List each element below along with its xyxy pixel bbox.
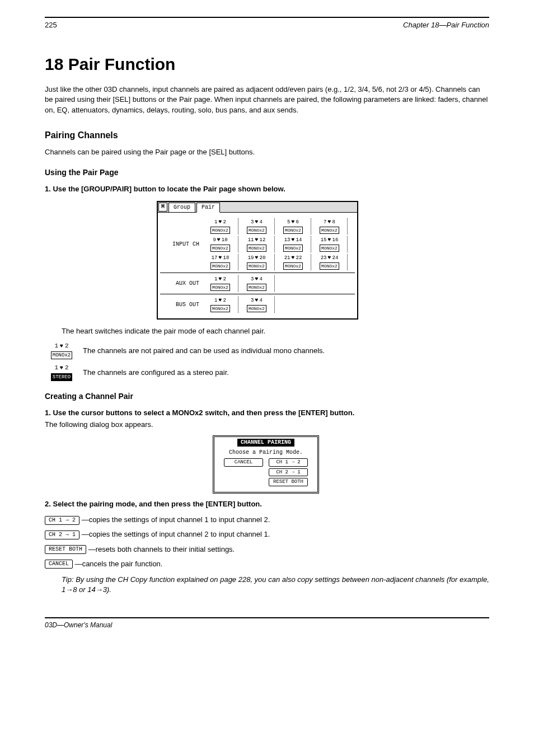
pair-switch[interactable]: 13 ♥ 14MONOx2 [278, 236, 311, 252]
pair-mode-button[interactable]: MONOx2 [320, 245, 339, 252]
pairing-channels-body: Channels can be paired using the Pair pa… [45, 147, 489, 157]
desc-cancel: —cancels the pair function. [75, 560, 163, 568]
heart-icon: ♥ [60, 364, 63, 372]
pair-left-num: 1 [54, 364, 58, 372]
pair-right-num: 2 [65, 342, 69, 350]
intro-paragraph: Just like the other 03D channels, input … [45, 84, 489, 115]
pair-mode-button[interactable]: MONOx2 [247, 227, 266, 234]
tab-group[interactable]: Group [168, 203, 195, 213]
pair-example-monox2: 1 ♥ 2 MONOx2 [45, 342, 78, 359]
pair-example-stereo: 1 ♥ 2 STEREO [45, 364, 78, 381]
step-1-num: 1. [45, 185, 51, 193]
broken-heart-icon: ♥ [255, 254, 258, 262]
heading-using-pair-page: Using the Pair Page [45, 167, 489, 179]
pair-switch[interactable]: 7 ♥ 8MONOx2 [314, 218, 348, 234]
pair-right-num: 2 [65, 364, 69, 372]
page-header: 225 Chapter 18—Pair Function [45, 17, 489, 30]
pair-switch[interactable]: 3 ♥ 4MONOx2 [241, 275, 275, 292]
heart-switch-desc: The heart switches indicate the pair mod… [62, 326, 489, 336]
pair-switch[interactable]: 15 ♥ 16MONOx2 [314, 236, 348, 252]
pair-mode-button[interactable]: MONOx2 [320, 227, 339, 234]
pair-switch[interactable]: 9 ♥ 10MONOx2 [205, 236, 238, 252]
channel-pairing-dialog: CHANNEL PAIRING Choose a Pairing Mode. C… [213, 435, 319, 494]
pair-mode-button[interactable]: MONOx2 [283, 245, 303, 252]
broken-heart-icon: ♥ [60, 342, 63, 350]
pair-switch[interactable]: 3 ♥ 4MONOx2 [241, 297, 275, 313]
page-footer: 03D—Owner's Manual [45, 617, 489, 630]
pair-mode-button[interactable]: MONOx2 [320, 262, 339, 270]
pair-switch[interactable]: 11 ♥ 12MONOx2 [241, 236, 275, 252]
ch2-to-1-button[interactable]: CH 2 → 1 [269, 468, 308, 477]
ch2-to-1-button-inline[interactable]: CH 2 → 1 [45, 530, 79, 539]
section-label: INPUT CH [160, 241, 205, 248]
pair-switch[interactable]: 17 ♥ 18MONOx2 [205, 254, 238, 270]
dialog-prompt: Choose a Pairing Mode. [218, 449, 313, 457]
step-1: 1. Use the [GROUP/PAIR] button to locate… [45, 184, 489, 194]
page-title: 18 Pair Function [45, 53, 489, 76]
cancel-button[interactable]: CANCEL [224, 458, 263, 467]
desc-ch12: —copies the settings of input channel 1 … [82, 515, 270, 524]
pair-mode-button[interactable]: MONOx2 [283, 262, 303, 270]
pair-left-num: 1 [54, 342, 58, 350]
step-1-text: Use the [GROUP/PAIR] button to locate th… [53, 185, 285, 193]
tab-pair[interactable]: Pair [196, 203, 220, 213]
pair-switch[interactable]: 19 ♥ 20MONOx2 [241, 254, 275, 270]
chapter-label: Chapter 18—Pair Function [403, 20, 489, 30]
heading-pairing-channels: Pairing Channels [45, 129, 489, 142]
pair-switch[interactable]: 1 ♥ 2MONOx2 [205, 275, 238, 292]
mode-monox2: MONOx2 [51, 351, 72, 360]
create-pair-step-2: 2. Select the pairing mode, and then pre… [45, 499, 489, 509]
mode-stereo: STEREO [51, 373, 72, 382]
pair-mode-button[interactable]: MONOx2 [247, 262, 266, 270]
ch1-to-2-button[interactable]: CH 1 → 2 [269, 458, 308, 467]
monox2-desc: The channels are not paired and can be u… [83, 346, 325, 356]
tip-body: By using the CH Copy function explained … [62, 575, 489, 594]
broken-heart-icon: ♥ [218, 275, 222, 283]
tip-label: Tip: [62, 575, 74, 584]
section-label: BUS OUT [160, 301, 205, 309]
dialog-title: CHANNEL PAIRING [237, 439, 294, 447]
broken-heart-icon: ♥ [291, 218, 294, 226]
pair-switch[interactable]: 21 ♥ 22MONOx2 [278, 254, 311, 270]
pair-switch[interactable]: 5 ♥ 6MONOx2 [278, 218, 311, 234]
pair-mode-button[interactable]: MONOx2 [210, 305, 230, 312]
tip-paragraph: Tip: By using the CH Copy function expla… [62, 575, 489, 595]
pair-switch[interactable]: 1 ♥ 2MONOx2 [205, 297, 238, 313]
pair-mode-button[interactable]: MONOx2 [210, 262, 230, 270]
menu-icon[interactable]: M [158, 203, 167, 212]
broken-heart-icon: ♥ [255, 236, 258, 244]
broken-heart-icon: ♥ [327, 236, 331, 244]
section-label: AUX OUT [160, 280, 205, 288]
screen-section: BUS OUT1 ♥ 2MONOx23 ♥ 4MONOx2 [160, 294, 355, 315]
broken-heart-icon: ♥ [218, 218, 222, 226]
step-1-followup: The following dialog box appears. [45, 420, 489, 430]
pair-mode-button[interactable]: MONOx2 [210, 245, 230, 252]
broken-heart-icon: ♥ [255, 275, 258, 283]
pair-mode-button[interactable]: MONOx2 [210, 227, 230, 234]
heading-creating-channel-pair: Creating a Channel Pair [45, 391, 489, 402]
broken-heart-icon: ♥ [218, 254, 222, 262]
broken-heart-icon: ♥ [255, 297, 258, 304]
pair-switch[interactable]: 23 ♥ 24MONOx2 [314, 254, 348, 270]
page-number: 225 [45, 20, 57, 30]
cancel-button-inline[interactable]: CANCEL [45, 560, 73, 569]
screen-tabs: M Group Pair [158, 202, 357, 213]
ch1-to-2-button-inline[interactable]: CH 1 → 2 [45, 516, 79, 525]
pair-mode-button[interactable]: MONOx2 [283, 227, 303, 234]
screen-section: INPUT CH1 ♥ 2MONOx23 ♥ 4MONOx25 ♥ 6MONOx… [160, 216, 355, 273]
pair-switch[interactable]: 1 ♥ 2MONOx2 [205, 218, 238, 234]
broken-heart-icon: ♥ [327, 218, 331, 226]
create-pair-step-1: 1. Use the cursor buttons to select a MO… [45, 408, 489, 430]
pair-mode-button[interactable]: MONOx2 [210, 284, 230, 291]
stereo-desc: The channels are configured as a stereo … [83, 368, 229, 378]
reset-both-button-inline[interactable]: RESET BOTH [45, 545, 86, 554]
pair-switch[interactable]: 3 ♥ 4MONOx2 [241, 218, 275, 234]
pair-page-screenshot: M Group Pair INPUT CH1 ♥ 2MONOx23 ♥ 4MON… [157, 201, 358, 320]
pair-mode-button[interactable]: MONOx2 [247, 284, 266, 291]
pair-mode-button[interactable]: MONOx2 [247, 305, 266, 312]
pair-mode-button[interactable]: MONOx2 [247, 245, 266, 252]
screen-section: AUX OUT1 ♥ 2MONOx23 ♥ 4MONOx2 [160, 273, 355, 294]
reset-both-button[interactable]: RESET BOTH [269, 478, 308, 486]
broken-heart-icon: ♥ [217, 236, 221, 244]
broken-heart-icon: ♥ [291, 254, 294, 262]
